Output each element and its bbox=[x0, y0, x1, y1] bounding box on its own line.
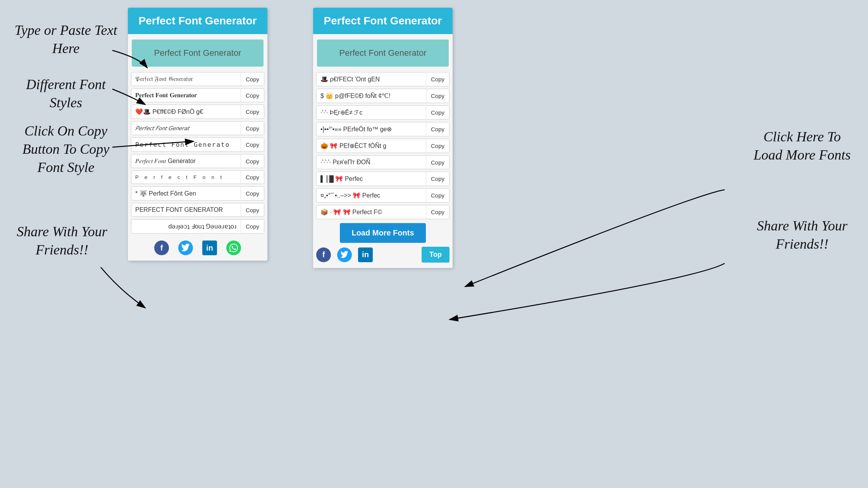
annotation-share-left: Share With Your Friends!! bbox=[12, 223, 112, 259]
copy-button[interactable]: Copy bbox=[241, 155, 264, 168]
load-more-button[interactable]: Load More Fonts bbox=[340, 223, 425, 243]
font-text: 🎩 ρ€řFECt 'Ont gEN bbox=[317, 72, 426, 86]
linkedin-icon-right[interactable]: in bbox=[358, 247, 373, 262]
font-row-bold: 𝐏𝐞𝐫𝐟𝐞𝐜𝐭 𝐅𝐨𝐧𝐭 𝐆𝐞𝐧𝐞𝐫𝐚𝐭𝐨𝐫 Copy bbox=[131, 88, 264, 102]
font-text: ❤️🎩 P€ff€©Ð FØnÒ g€ bbox=[131, 105, 241, 119]
left-panel-header: Perfect Font Generator bbox=[128, 8, 267, 34]
font-row-r3: •]••°'•»» PErfeÒt fo™ ge⊗ Copy bbox=[316, 122, 450, 136]
copy-button[interactable]: Copy bbox=[241, 89, 264, 102]
font-row-r0: 🎩 ρ€řFECt 'Ont gEN Copy bbox=[316, 72, 450, 86]
right-panel: Perfect Font Generator Perfect Font Gene… bbox=[313, 8, 453, 268]
font-row-spaced: P e r f e c t F o n t Copy bbox=[131, 170, 264, 184]
font-text: 🎃 🎀 PEf⊕ĒCT fÒÑt g bbox=[317, 139, 426, 153]
annotation-diff-fonts: Different Font Styles bbox=[12, 76, 120, 112]
left-social-bar: f in bbox=[128, 236, 267, 261]
annotation-type-paste: Type or Paste Text Here bbox=[12, 21, 120, 58]
whatsapp-icon[interactable] bbox=[226, 241, 241, 255]
font-text: ▌║█ 🎀 Perfec bbox=[317, 172, 426, 186]
font-row-r1: $ 👑 p@fFE©Ð foÑt ¢℃! Copy bbox=[316, 89, 450, 103]
font-text: $ 👑 p@fFE©Ð foÑt ¢℃! bbox=[317, 89, 426, 103]
copy-button[interactable]: Copy bbox=[426, 206, 449, 218]
annotation-load-more: Click Here To Load More Fonts bbox=[748, 128, 856, 164]
font-row-emoji2: * 🐺 Perfect Fônt Gen Copy bbox=[131, 186, 264, 201]
font-row-emoji1: ❤️🎩 P€ff€©Ð FØnÒ g€ Copy bbox=[131, 105, 264, 119]
font-text: * 🐺 Perfect Fônt Gen bbox=[131, 187, 241, 200]
facebook-icon[interactable]: f bbox=[154, 241, 169, 255]
copy-button[interactable]: Copy bbox=[241, 138, 264, 151]
font-row-r6: ▌║█ 🎀 Perfec Copy bbox=[316, 172, 450, 186]
font-text: PERFECT FONT GENERATOR bbox=[131, 203, 241, 217]
font-row-r5: ∙'∙'∙'∙ Pεя'eΠт ÐOÑ Copy bbox=[316, 155, 450, 169]
linkedin-icon[interactable]: in bbox=[202, 241, 217, 255]
copy-button[interactable]: Copy bbox=[426, 89, 449, 102]
copy-button[interactable]: Copy bbox=[241, 122, 264, 135]
font-row-fraktur: 𝔓𝔢𝔯𝔣𝔢𝔠𝔱 𝔉𝔬𝔫𝔱 𝔊𝔢𝔫𝔢𝔯𝔞𝔱𝔬𝔯 Copy bbox=[131, 72, 264, 86]
annotation-click-copy: Click On Copy Button To Copy Font Style bbox=[12, 122, 120, 176]
right-panel-header: Perfect Font Generator bbox=[313, 8, 453, 34]
font-text: ∙'∙'∙ ÞĘr⊕Ē≠ ℱc bbox=[317, 106, 426, 119]
font-text: P e r f e c t F o n t bbox=[131, 171, 241, 183]
font-row-r2: ∙'∙'∙ ÞĘr⊕Ē≠ ℱc Copy bbox=[316, 105, 450, 120]
font-text: 𝐏𝐞𝐫𝐟𝐞𝐜𝐭 𝐅𝐨𝐧𝐭 𝐆𝐞𝐧𝐞𝐫𝐚𝐭𝐨𝐫 bbox=[131, 89, 241, 102]
font-text: 𝑃𝑒𝑟𝑓𝑒𝑐𝑡 𝐹𝑜𝑛𝑡 Generator bbox=[131, 155, 241, 168]
twitter-icon-right[interactable] bbox=[337, 247, 352, 262]
right-panel-input[interactable]: Perfect Font Generator bbox=[317, 40, 449, 67]
annotation-share-right: Share With Your Friends!! bbox=[748, 217, 856, 253]
copy-button[interactable]: Copy bbox=[241, 204, 264, 217]
copy-button[interactable]: Copy bbox=[426, 73, 449, 86]
copy-button[interactable]: Copy bbox=[426, 189, 449, 202]
copy-button[interactable]: Copy bbox=[241, 220, 264, 233]
copy-button[interactable]: Copy bbox=[241, 73, 264, 86]
font-row-italic: 𝘗𝘦𝘳𝘧𝘦𝘤𝘵 𝘍𝘰𝘯𝘵 𝘎𝘦𝘯𝘦𝘳𝘢𝘵 Copy bbox=[131, 121, 264, 135]
font-row-flip: ɹoʇɐɹǝuǝ⅁ ʇuoℲ ʇɔǝɟɹǝd Copy bbox=[131, 219, 264, 234]
font-text: 𝘗𝘦𝘳𝘧𝘦𝘤𝘵 𝘍𝘰𝘯𝘵 𝘎𝘦𝘯𝘦𝘳𝘢𝘵 bbox=[131, 122, 241, 135]
font-text: 📦 · 🎀 🎀 Perfect F© bbox=[317, 205, 426, 219]
font-text: ∙'∙'∙'∙ Pεя'eΠт ÐOÑ bbox=[317, 156, 426, 169]
copy-button[interactable]: Copy bbox=[426, 106, 449, 119]
left-panel-input[interactable]: Perfect Font Generator bbox=[132, 40, 264, 67]
font-row-caps: PERFECT FONT GENERATOR Copy bbox=[131, 203, 264, 217]
left-panel: Perfect Font Generator Perfect Font Gene… bbox=[128, 8, 267, 261]
twitter-icon[interactable] bbox=[178, 241, 193, 255]
font-text: •]••°'•»» PErfeÒt fo™ ge⊗ bbox=[317, 122, 426, 136]
font-row-r7: ¤„•°˜`•..–>> 🎀 Perfec Copy bbox=[316, 188, 450, 203]
font-row-r8: 📦 · 🎀 🎀 Perfect F© Copy bbox=[316, 205, 450, 219]
copy-button[interactable]: Copy bbox=[241, 171, 264, 184]
font-row-script: 𝑃𝑒𝑟𝑓𝑒𝑐𝑡 𝐹𝑜𝑛𝑡 Generator Copy bbox=[131, 154, 264, 168]
font-text: 𝙿𝚎𝚛𝚏𝚎𝚌𝚝 𝙵𝚘𝚗𝚝 𝙶𝚎𝚗𝚎𝚛𝚊𝚝𝚘 bbox=[131, 138, 241, 151]
copy-button[interactable]: Copy bbox=[426, 139, 449, 152]
copy-button[interactable]: Copy bbox=[241, 105, 264, 118]
font-row-r4: 🎃 🎀 PEf⊕ĒCT fÒÑt g Copy bbox=[316, 139, 450, 153]
font-row-mono: 𝙿𝚎𝚛𝚏𝚎𝚌𝚝 𝙵𝚘𝚗𝚝 𝙶𝚎𝚗𝚎𝚛𝚊𝚝𝚘 Copy bbox=[131, 137, 264, 152]
copy-button[interactable]: Copy bbox=[426, 156, 449, 169]
copy-button[interactable]: Copy bbox=[241, 187, 264, 200]
top-button[interactable]: Top bbox=[422, 247, 450, 263]
font-text: 𝔓𝔢𝔯𝔣𝔢𝔠𝔱 𝔉𝔬𝔫𝔱 𝔊𝔢𝔫𝔢𝔯𝔞𝔱𝔬𝔯 bbox=[131, 72, 241, 86]
copy-button[interactable]: Copy bbox=[426, 123, 449, 136]
copy-button[interactable]: Copy bbox=[426, 172, 449, 185]
facebook-icon-right[interactable]: f bbox=[316, 247, 331, 262]
font-text: ¤„•°˜`•..–>> 🎀 Perfec bbox=[317, 189, 426, 202]
font-text: ɹoʇɐɹǝuǝ⅁ ʇuoℲ ʇɔǝɟɹǝd bbox=[131, 220, 241, 233]
right-bottom-bar: f in Top bbox=[313, 247, 453, 268]
